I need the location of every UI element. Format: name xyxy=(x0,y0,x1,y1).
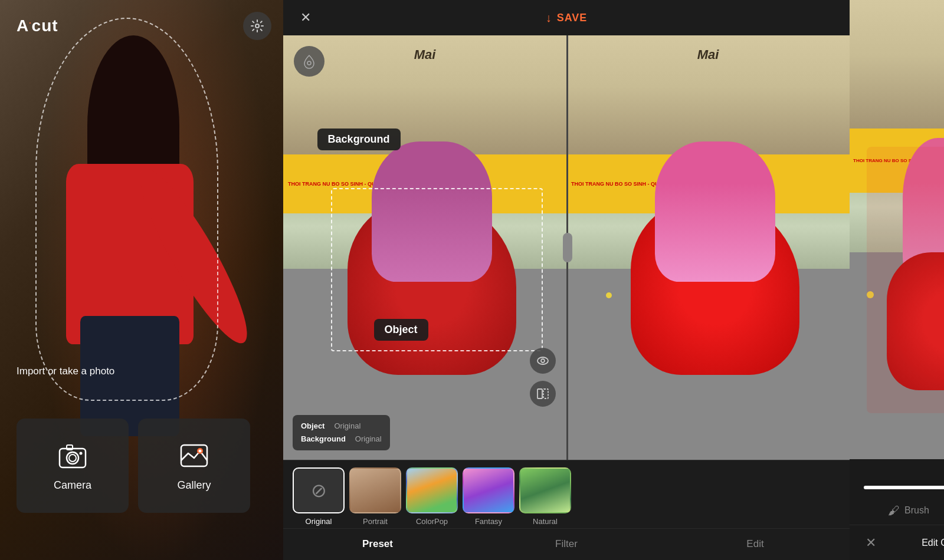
gallery-button[interactable]: Gallery xyxy=(138,419,250,513)
gallery-icon xyxy=(179,440,209,471)
svg-point-3 xyxy=(69,454,76,462)
preset-thumb-original: ⊘ xyxy=(293,467,345,513)
info-object-value: Original xyxy=(334,420,360,433)
preset-thumb-portrait xyxy=(349,467,401,513)
preset-thumb-natural xyxy=(519,467,571,513)
tools-row: 🖌 Brush ◆ Eraser xyxy=(850,494,944,525)
svg-point-8 xyxy=(199,449,202,452)
visibility-button[interactable] xyxy=(530,348,556,374)
logo-text: A·cut xyxy=(17,17,58,35)
image-divider xyxy=(566,35,568,460)
tab-filter[interactable]: Filter xyxy=(472,532,661,556)
slider-value: 5 xyxy=(861,469,944,481)
object-highlight xyxy=(867,147,944,413)
gallery-label: Gallery xyxy=(177,479,211,492)
cursor-tool-icon xyxy=(294,46,324,77)
right-bottom-bar: ✕ Edit Object Area ✓ xyxy=(850,525,944,560)
object-area xyxy=(312,141,552,375)
tab-edit[interactable]: Edit xyxy=(661,532,850,556)
settings-button[interactable] xyxy=(243,12,271,40)
image-comparison-area: THOI TRANG NU BO SO SINH - QUAN AO BAU xyxy=(283,35,850,460)
eye-icon xyxy=(536,354,549,367)
original-image-pane[interactable]: THOI TRANG NU BO SO SINH - QUAN AO BAU xyxy=(283,35,566,460)
preset-item-colorpop[interactable]: ColorPop xyxy=(406,467,458,526)
svg-point-0 xyxy=(255,24,259,28)
info-row-background: Background Original xyxy=(301,433,382,446)
preset-item-portrait[interactable]: Portrait xyxy=(349,467,401,526)
cursor-icon xyxy=(301,53,317,70)
result-person xyxy=(655,141,775,282)
gear-icon xyxy=(250,19,264,33)
camera-button[interactable]: Camera xyxy=(17,419,129,513)
svg-point-11 xyxy=(541,359,545,363)
right-building xyxy=(850,0,944,138)
slider-area: 5 xyxy=(850,459,944,494)
camera-label: Camera xyxy=(54,479,91,492)
slider-track[interactable] xyxy=(864,486,944,489)
save-label: SAVE xyxy=(557,12,588,24)
divider-handle[interactable] xyxy=(563,233,572,262)
preset-label-natural: Natural xyxy=(533,517,558,526)
edit-area-label: Edit Object Area xyxy=(883,538,944,548)
middle-panel: ✕ ↓ SAVE THOI TRANG NU BO SO SINH - QUAN… xyxy=(283,0,850,560)
close-button[interactable]: ✕ xyxy=(295,7,316,28)
action-buttons: Camera Gallery xyxy=(17,419,250,513)
brush-button[interactable]: 🖌 Brush xyxy=(881,500,936,521)
preset-label-fantasy: Fantasy xyxy=(475,517,502,526)
dismiss-button[interactable]: ✕ xyxy=(859,531,883,555)
info-background-value: Original xyxy=(355,433,382,446)
info-object-label: Object xyxy=(301,420,324,433)
info-background-label: Background xyxy=(301,433,346,446)
preset-label-colorpop: ColorPop xyxy=(416,517,448,526)
svg-rect-13 xyxy=(543,389,548,398)
svg-point-5 xyxy=(80,452,83,454)
preset-label-portrait: Portrait xyxy=(363,517,388,526)
preset-thumbnails: ⊘ Original Portrait ColorPop xyxy=(283,460,850,528)
preset-item-original[interactable]: ⊘ Original xyxy=(293,467,345,526)
preset-thumb-colorpop xyxy=(406,467,458,513)
brush-icon: 🖌 xyxy=(888,504,900,518)
brush-label: Brush xyxy=(904,505,929,516)
result-scene: THOI TRANG NU BO SO SINH - QUAN AO BAU xyxy=(566,35,850,460)
preset-thumb-fantasy xyxy=(463,467,514,513)
editor-header: ✕ ↓ SAVE xyxy=(283,0,850,35)
compare-icon xyxy=(536,387,549,400)
right-panel: THOI TRANG NU BO SO SINH - QUAN AO BAU 5… xyxy=(850,0,944,560)
preset-item-fantasy[interactable]: Fantasy xyxy=(463,467,514,526)
app-logo: A·cut xyxy=(17,17,58,35)
tab-preset[interactable]: Preset xyxy=(283,532,472,556)
svg-rect-12 xyxy=(537,389,542,398)
image-controls xyxy=(530,348,556,407)
result-object-area xyxy=(595,141,835,375)
selection-outline xyxy=(35,18,218,401)
right-preview: THOI TRANG NU BO SO SINH - QUAN AO BAU xyxy=(850,0,944,459)
compare-button[interactable] xyxy=(530,381,556,407)
info-overlay: Object Original Background Original xyxy=(293,415,390,450)
svg-point-9 xyxy=(307,61,311,65)
result-image-pane[interactable]: THOI TRANG NU BO SO SINH - QUAN AO BAU xyxy=(566,35,850,460)
preset-label-original: Original xyxy=(306,517,332,526)
bottom-tabs: Preset Filter Edit xyxy=(283,528,850,560)
camera-icon xyxy=(57,440,88,471)
info-row-object: Object Original xyxy=(301,420,382,433)
dismiss-icon: ✕ xyxy=(866,535,876,551)
svg-point-10 xyxy=(537,357,548,364)
slider-fill xyxy=(864,486,944,489)
import-text: Import or take a photo xyxy=(17,365,114,377)
save-button[interactable]: ↓ SAVE xyxy=(546,11,588,25)
save-icon: ↓ xyxy=(546,11,552,25)
original-scene: THOI TRANG NU BO SO SINH - QUAN AO BAU xyxy=(283,35,566,460)
person-on-scooter xyxy=(372,141,492,282)
left-panel: A·cut Import or take a photo Camera xyxy=(0,0,283,560)
preset-bar: ⊘ Original Portrait ColorPop xyxy=(283,460,850,560)
preset-item-natural[interactable]: Natural xyxy=(519,467,571,526)
